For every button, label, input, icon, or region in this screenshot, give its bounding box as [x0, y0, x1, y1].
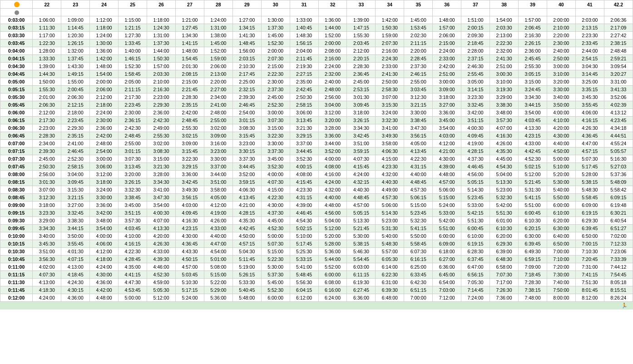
time-cell: 6:09:00 — [433, 240, 461, 248]
time-cell: 4:21:00 — [232, 202, 261, 209]
time-cell: 2:35:00 — [290, 78, 318, 86]
time-cell: 4:40:30 — [376, 178, 404, 186]
time-cell: 4:59:00 — [147, 279, 176, 286]
time-cell: 2:13:00 — [204, 70, 232, 78]
pace-cell: 0:04:45 — [0, 70, 33, 78]
time-cell: 5:51:30 — [490, 209, 519, 217]
time-cell: 3:47:30 — [404, 124, 433, 132]
time-cell: 3:00:00 — [90, 155, 119, 163]
time-cell: 3:20:00 — [119, 171, 147, 178]
time-cell: 5:51:00 — [433, 225, 461, 232]
table-row: 0:10:003:40:003:50:004:00:004:10:004:20:… — [0, 232, 633, 240]
time-cell: 4:32:00 — [376, 171, 404, 178]
time-cell: 2:32:00 — [318, 70, 347, 78]
time-cell: 4:36:45 — [175, 240, 204, 248]
time-cell: 3:51:15 — [461, 117, 490, 124]
time-cell: 5:37:30 — [261, 271, 290, 279]
time-cell: 4:41:15 — [119, 271, 147, 279]
time-cell: 4:13:30 — [147, 225, 176, 232]
time-cell: 1:41:15 — [175, 39, 204, 47]
time-cell: 6:30:00 — [519, 232, 547, 240]
time-cell: 7:30:00 — [547, 271, 575, 279]
time-cell: 2:56:00 — [33, 171, 61, 178]
time-cell: 2:15:00 — [433, 39, 461, 47]
time-cell: 3:32:45 — [461, 101, 490, 109]
time-cell: 1:45:00 — [261, 32, 290, 39]
time-cell: 3:34:30 — [147, 178, 176, 186]
time-cell: 2:06:00 — [90, 86, 119, 93]
time-cell: 5:30:00 — [261, 263, 290, 271]
time-cell: 4:00:15 — [290, 163, 318, 171]
time-cell: 2:37:30 — [261, 86, 290, 93]
time-cell: 3:31:00 — [604, 78, 633, 86]
time-cell: 2:34:00 — [33, 140, 61, 148]
time-cell: 4:05:00 — [404, 140, 433, 148]
time-cell: 4:55:24 — [604, 140, 633, 148]
time-cell: 5:33:00 — [461, 202, 490, 209]
time-cell: 5:21:45 — [519, 178, 547, 186]
header-km-40: 40 — [547, 0, 575, 9]
time-cell: 3:51:00 — [33, 248, 61, 256]
time-cell: 3:36:00 — [175, 171, 204, 178]
time-cell: 2:55:30 — [519, 63, 547, 70]
time-cell: 2:04:00 — [290, 47, 318, 55]
time-cell: 1:41:30 — [232, 32, 261, 39]
time-cell: 7:10:00 — [547, 256, 575, 263]
header-pace-empty-37 — [461, 9, 490, 16]
time-cell: 7:44:12 — [604, 263, 633, 271]
time-cell: 3:41:33 — [604, 86, 633, 93]
time-cell: 6:30:21 — [604, 209, 633, 217]
time-cell: 5:04:00 — [318, 217, 347, 225]
time-cell: 4:26:30 — [575, 124, 604, 132]
pace-cell: 0:10:15 — [0, 240, 33, 248]
time-cell: 5:48:00 — [232, 294, 261, 302]
time-cell: 6:56:15 — [461, 271, 490, 279]
time-cell: 4:36:45 — [575, 132, 604, 140]
time-cell: 4:36:00 — [90, 279, 119, 286]
time-cell: 4:30:00 — [261, 202, 290, 209]
table-row: 0:03:151:11:301:14:451:18:001:21:151:24:… — [0, 24, 633, 32]
time-cell: 5:06:15 — [404, 194, 433, 202]
time-cell: 5:13:30 — [490, 178, 519, 186]
header-km-23: 23 — [61, 0, 90, 9]
time-cell: 2:54:00 — [232, 109, 261, 117]
time-cell: 2:17:45 — [232, 70, 261, 78]
time-cell: 4:13:45 — [404, 148, 433, 155]
time-cell: 6:29:30 — [575, 217, 604, 225]
time-cell: 5:12:00 — [519, 171, 547, 178]
time-cell: 5:05:15 — [347, 209, 376, 217]
time-cell: 3:23:30 — [461, 93, 490, 101]
time-cell: 5:56:30 — [290, 279, 318, 286]
time-cell: 2:19:30 — [290, 63, 318, 70]
time-cell: 1:39:00 — [33, 63, 61, 70]
time-cell: 2:07:30 — [261, 55, 290, 63]
time-cell: 5:48:30 — [575, 186, 604, 194]
time-cell: 5:23:00 — [376, 217, 404, 225]
time-cell: 4:06:30 — [376, 148, 404, 155]
time-cell: 4:15:45 — [290, 178, 318, 186]
time-cell: 4:31:15 — [404, 163, 433, 171]
time-cell: 6:19:30 — [347, 279, 376, 286]
time-cell: 1:26:15 — [61, 39, 90, 47]
time-cell: 5:15:00 — [433, 194, 461, 202]
pace-cell: 0:03:30 — [0, 32, 33, 39]
time-cell: 7:24:00 — [461, 294, 490, 302]
header-km-33: 33 — [347, 0, 376, 9]
time-cell: 3:59:15 — [347, 148, 376, 155]
time-cell: 6:59:15 — [519, 256, 547, 263]
time-cell: 4:48:45 — [347, 194, 376, 202]
time-cell: 1:40:00 — [119, 47, 147, 55]
time-cell: 4:47:30 — [119, 279, 147, 286]
time-cell: 6:51:27 — [604, 225, 633, 232]
time-cell: 2:55:30 — [147, 132, 176, 140]
time-cell: 5:14:30 — [461, 186, 490, 194]
table-row: 0:11:454:18:304:30:154:42:004:53:455:05:… — [0, 286, 633, 294]
time-cell: 5:05:30 — [147, 286, 176, 294]
time-cell: 2:46:45 — [61, 148, 90, 155]
header-km-24: 24 — [90, 0, 119, 9]
time-cell: 4:52:30 — [261, 225, 290, 232]
time-cell: 5:42:00 — [433, 217, 461, 225]
header-pace-empty-29 — [232, 9, 261, 16]
time-cell: 4:20:00 — [547, 124, 575, 132]
time-cell: 2:15:00 — [261, 63, 290, 70]
